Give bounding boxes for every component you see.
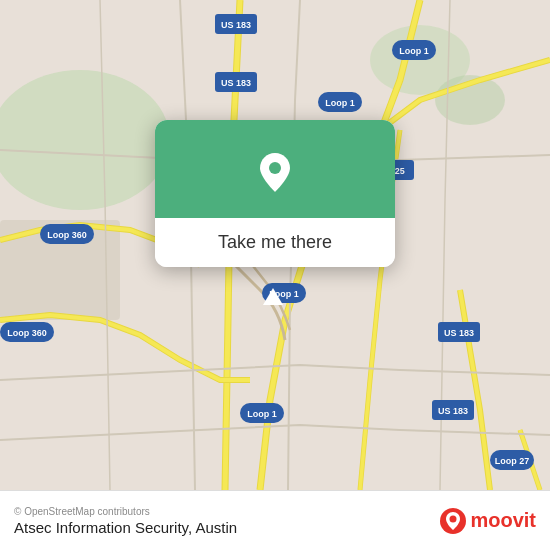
location-name: Atsec Information Security, Austin: [14, 519, 237, 536]
map-container: US 183 Loop 1 US 183 Loop 1 FM 1325 Loop…: [0, 0, 550, 490]
popup-card: Take me there: [155, 120, 395, 267]
svg-point-33: [450, 515, 457, 522]
moovit-logo[interactable]: moovit: [439, 507, 536, 535]
location-pin-icon: [251, 148, 299, 196]
svg-text:US 183: US 183: [221, 20, 251, 30]
svg-text:US 183: US 183: [444, 328, 474, 338]
svg-text:Loop 1: Loop 1: [325, 98, 355, 108]
svg-point-31: [269, 162, 281, 174]
svg-text:Loop 360: Loop 360: [47, 230, 87, 240]
svg-text:Loop 360: Loop 360: [7, 328, 47, 338]
popup-header: [155, 120, 395, 218]
svg-text:Loop 1: Loop 1: [399, 46, 429, 56]
moovit-text: moovit: [470, 509, 536, 532]
svg-text:Loop 27: Loop 27: [495, 456, 530, 466]
svg-text:Loop 1: Loop 1: [247, 409, 277, 419]
copyright-text: © OpenStreetMap contributors: [14, 506, 237, 517]
svg-text:US 183: US 183: [221, 78, 251, 88]
bottom-bar: © OpenStreetMap contributors Atsec Infor…: [0, 490, 550, 550]
moovit-icon: [439, 507, 467, 535]
svg-text:US 183: US 183: [438, 406, 468, 416]
take-me-there-button[interactable]: Take me there: [155, 218, 395, 267]
bottom-left-info: © OpenStreetMap contributors Atsec Infor…: [14, 506, 237, 536]
